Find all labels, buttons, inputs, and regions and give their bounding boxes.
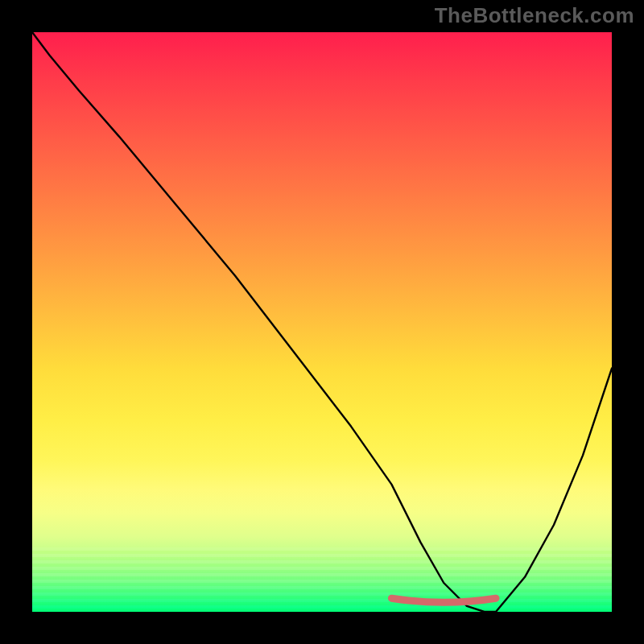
optimal-range-marker — [391, 598, 496, 602]
chart-frame: TheBottleneck.com — [0, 0, 644, 644]
chart-svg — [32, 32, 612, 612]
bottleneck-curve — [32, 32, 612, 612]
watermark-text: TheBottleneck.com — [435, 3, 634, 28]
plot-area — [32, 32, 612, 612]
